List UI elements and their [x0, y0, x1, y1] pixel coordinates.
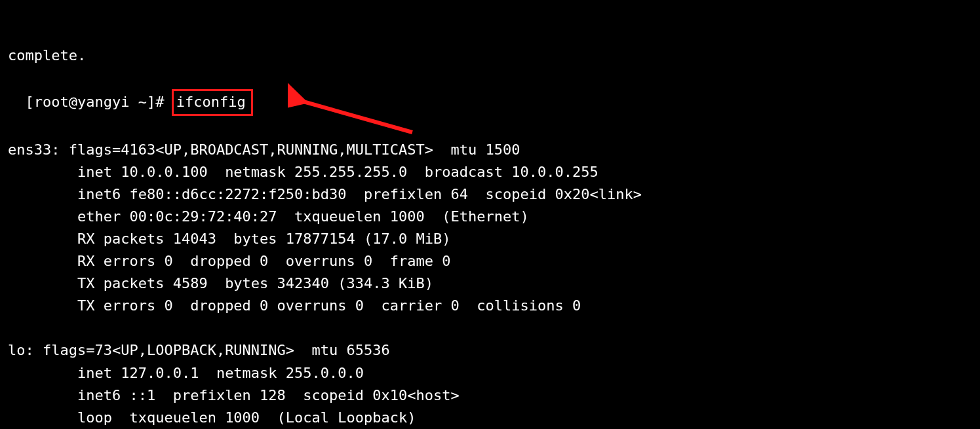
output-line: loop txqueuelen 1000 (Local Loopback): [8, 407, 972, 429]
output-line: lo: flags=73<UP,LOOPBACK,RUNNING> mtu 65…: [8, 339, 972, 362]
output-line: RX errors 0 dropped 0 overruns 0 frame 0: [8, 250, 972, 272]
output-line: [8, 317, 972, 339]
output-line: TX errors 0 dropped 0 overruns 0 carrier…: [8, 295, 972, 317]
output-line: TX packets 4589 bytes 342340 (334.3 KiB): [8, 272, 972, 295]
command-output: ens33: flags=4163<UP,BROADCAST,RUNNING,M…: [8, 139, 972, 429]
output-line: inet 10.0.0.100 netmask 255.255.255.0 br…: [8, 161, 972, 183]
annotation-arrow-icon: [288, 80, 419, 139]
output-line: inet 127.0.0.1 netmask 255.0.0.0: [8, 362, 972, 384]
output-line: complete.: [8, 45, 972, 67]
output-line: ether 00:0c:29:72:40:27 txqueuelen 1000 …: [8, 206, 972, 228]
prompt-user-host: [root@yangyi ~]#: [26, 94, 173, 110]
output-line: ens33: flags=4163<UP,BROADCAST,RUNNING,M…: [8, 139, 972, 161]
output-line: inet6 fe80::d6cc:2272:f250:bd30 prefixle…: [8, 183, 972, 206]
output-line: RX packets 14043 bytes 17877154 (17.0 Mi…: [8, 228, 972, 250]
command-text: ifconfig: [176, 94, 246, 110]
svg-line-0: [301, 101, 412, 132]
prompt-line: [root@yangyi ~]# ifconfig: [26, 89, 253, 116]
terminal-window[interactable]: complete. [root@yangyi ~]# ifconfig ens3…: [0, 0, 980, 429]
output-line: inet6 ::1 prefixlen 128 scopeid 0x10<hos…: [8, 384, 972, 407]
command-highlight-box: ifconfig: [172, 89, 253, 116]
